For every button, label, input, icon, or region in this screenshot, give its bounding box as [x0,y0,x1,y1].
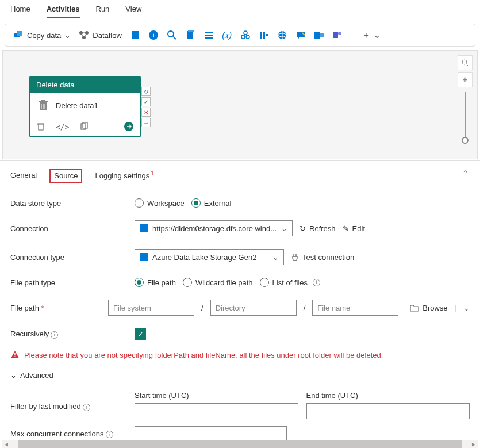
scrollbar-thumb[interactable] [18,440,462,448]
svg-rect-26 [333,32,338,38]
add-button[interactable]: ＋ ⌄ [362,29,381,41]
tab-run[interactable]: Run [96,5,110,18]
dataflow-label: Dataflow [93,31,122,40]
search-icon[interactable] [167,30,177,40]
info-icon[interactable]: i [106,431,113,438]
browse-button[interactable]: Browse [410,304,447,312]
list-icon[interactable] [203,30,214,40]
copy-data-icon [13,30,24,40]
radio-workspace[interactable]: Workspace [135,198,185,208]
port-skip-icon[interactable]: → [141,118,151,127]
horizontal-scrollbar[interactable]: ◄ ► [2,440,478,448]
scroll-right-icon[interactable]: ► [470,441,478,447]
run-arrow-icon[interactable] [124,121,134,132]
trash-icon [36,98,50,112]
zoom-slider[interactable] [465,92,466,144]
label-start-time: Start time (UTC) [135,391,298,400]
svg-rect-25 [320,33,324,37]
file-system-input[interactable] [108,300,194,316]
copy-icon[interactable] [79,122,89,131]
code-icon[interactable]: </> [56,122,69,131]
radio-list-of-files[interactable]: List of filesi [260,278,320,287]
tab-logging-settings[interactable]: Logging settings1 [95,170,153,182]
radio-wildcard[interactable]: Wildcard file path [183,278,253,287]
connection-type-dropdown[interactable]: Azure Data Lake Storage Gen2 ⌄ [135,249,284,265]
end-time-input[interactable] [306,403,470,419]
pipeline-canvas[interactable]: Delete data Delete data1 </> ↻ ✓ ✕ → + [2,50,478,159]
info-icon[interactable]: i [83,404,90,411]
activity-card-delete-data[interactable]: Delete data Delete data1 </> [29,76,141,137]
svg-rect-20 [266,34,268,36]
svg-rect-18 [260,32,262,39]
recursively-checkbox[interactable]: ✓ [135,328,146,340]
directory-input[interactable] [210,300,297,316]
connection-service-icon [140,224,148,232]
globe-icon[interactable] [277,30,287,40]
connection-type-icon [140,253,148,261]
radio-file-path[interactable]: File path [135,278,176,287]
refresh-icon: ↻ [299,224,306,233]
outlook-icon[interactable] [314,30,324,40]
webhook-icon[interactable] [240,30,251,40]
tab-view[interactable]: View [125,5,141,18]
svg-point-8 [168,31,174,37]
label-end-time: End time (UTC) [306,391,470,400]
svg-rect-11 [188,30,194,32]
tab-general[interactable]: General [10,171,37,182]
tab-home[interactable]: Home [10,5,30,18]
port-retry-icon[interactable]: ↻ [141,87,151,96]
advanced-toggle[interactable]: ⌄ Advanced [10,371,470,380]
variable-icon[interactable]: (𝑥) [222,30,232,40]
chevron-down-icon: ⌄ [281,224,287,233]
svg-point-34 [462,60,467,64]
chevron-down-icon: ⌄ [10,371,17,380]
start-time-input[interactable] [135,403,298,419]
info-icon[interactable]: i [51,331,58,339]
activity-header: Delete data [30,77,140,93]
info-icon[interactable]: i [313,279,320,286]
refresh-button[interactable]: ↻ Refresh [299,224,336,233]
pipeline-icon[interactable] [259,30,269,40]
row-connection: Connection https://didem0storage.dfs.cor… [10,220,470,236]
dataflow-button[interactable]: Dataflow [79,30,122,40]
port-success-icon[interactable]: ✓ [141,97,151,106]
activity-footer: </> [30,118,140,136]
canvas-search-icon[interactable] [458,55,473,70]
notebook-icon[interactable] [130,30,140,40]
edit-button[interactable]: ✎ Edit [343,224,365,233]
svg-text:i: i [152,32,154,39]
chat-icon[interactable] [295,30,306,40]
svg-rect-1 [17,31,22,36]
row-file-path: File path * / / Browse | ⌄ [10,300,470,316]
row-file-path-type: File path type File path Wildcard file p… [10,278,470,287]
svg-line-9 [173,36,176,39]
radio-external[interactable]: External [191,198,232,208]
scroll-left-icon[interactable]: ◄ [2,441,10,447]
info-icon[interactable]: i [148,30,159,40]
logging-badge: 1 [151,170,154,177]
label-filter-by: Filter by last modifiedi [10,402,135,411]
collapse-panel-icon[interactable]: ⌃ [462,169,469,178]
label-max-concurrent: Max concurrent connectionsi [10,430,135,439]
zoom-slider-knob[interactable] [462,137,469,144]
label-data-store-type: Data store type [10,199,135,208]
label-connection: Connection [10,224,135,233]
path-separator: / [304,304,306,312]
copy-data-button[interactable]: Copy data ⌄ [13,30,71,40]
svg-rect-19 [263,32,265,39]
delete-icon[interactable] [36,122,45,131]
test-connection-button[interactable]: Test connection [291,253,354,262]
file-name-input[interactable] [312,300,398,316]
port-fail-icon[interactable]: ✕ [141,108,151,117]
chevron-down-icon: ⌄ [64,31,71,40]
svg-point-17 [244,31,247,35]
connection-dropdown[interactable]: https://didem0storage.dfs.core.wind... ⌄ [135,220,293,236]
tab-activities[interactable]: Activities [47,5,80,18]
svg-rect-13 [205,35,213,36]
tab-source[interactable]: Source [49,169,82,183]
canvas-zoom-in-icon[interactable]: + [458,72,473,87]
chevron-down-icon[interactable]: ⌄ [463,304,470,312]
script-icon[interactable] [185,30,195,40]
warning-message: ! Please note that you are not specifyin… [10,350,470,359]
teams-icon[interactable] [332,30,343,40]
